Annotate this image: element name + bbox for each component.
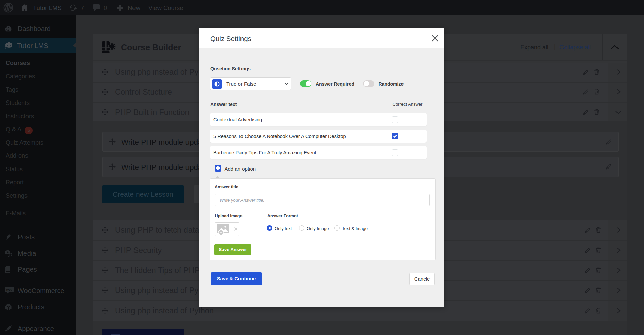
svg-text:Woo: Woo xyxy=(6,288,12,291)
